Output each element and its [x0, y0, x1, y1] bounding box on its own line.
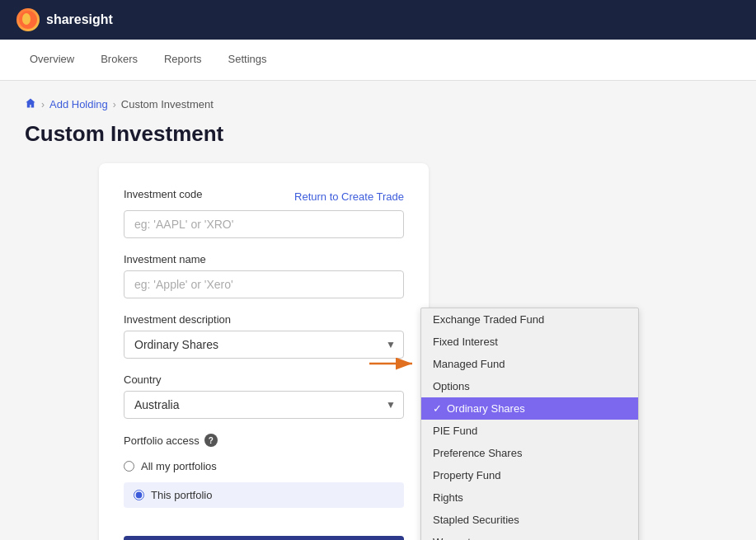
investment-description-select[interactable]: Exchange Traded Fund Fixed Interest Mana…: [124, 331, 404, 359]
radio-all-input[interactable]: [124, 461, 134, 472]
portfolio-access-header: Portfolio access ?: [124, 434, 404, 447]
country-group: Country Australia New Zealand United Sta…: [124, 373, 404, 419]
svg-point-1: [22, 13, 31, 25]
breadcrumb: › Add Holding › Custom Investment: [25, 97, 453, 111]
dropdown-item-options[interactable]: Options: [421, 375, 638, 397]
create-custom-investment-button[interactable]: Create Custom Investment: [124, 536, 404, 540]
country-label: Country: [124, 373, 404, 386]
page-title: Custom Investment: [25, 121, 453, 147]
country-select-wrapper: Australia New Zealand United States ▼: [124, 391, 404, 419]
dropdown-item-etf[interactable]: Exchange Traded Fund: [421, 308, 638, 331]
main-nav: Overview Brokers Reports Settings: [0, 40, 756, 81]
page-content: › Add Holding › Custom Investment Custom…: [0, 81, 478, 540]
form-section: Investment code Return to Create Trade I…: [25, 163, 453, 540]
nav-reports[interactable]: Reports: [151, 40, 215, 80]
investment-code-group: Investment code Return to Create Trade: [124, 188, 404, 238]
investment-code-label: Investment code: [124, 188, 202, 200]
logo-text: sharesight: [46, 12, 113, 27]
dropdown-item-pref[interactable]: Preference Shares: [421, 442, 638, 464]
investment-name-label: Investment name: [124, 253, 404, 265]
nav-brokers[interactable]: Brokers: [87, 40, 151, 80]
breadcrumb-add-holding-link[interactable]: Add Holding: [49, 98, 108, 110]
dropdown-item-mf[interactable]: Managed Fund: [421, 353, 638, 375]
help-icon[interactable]: ?: [204, 434, 218, 447]
dropdown-item-stapled[interactable]: Stapled Securities: [421, 509, 638, 531]
breadcrumb-sep-2: ›: [113, 99, 116, 110]
radio-this-portfolio[interactable]: This portfolio: [124, 482, 404, 508]
nav-settings[interactable]: Settings: [215, 40, 280, 80]
investment-code-input[interactable]: [124, 210, 404, 238]
dropdown-item-rights[interactable]: Rights: [421, 486, 638, 509]
dropdown-item-warrants[interactable]: Warrants: [421, 531, 638, 540]
country-select[interactable]: Australia New Zealand United States: [124, 391, 404, 419]
investment-name-group: Investment name: [124, 253, 404, 298]
investment-code-header: Investment code Return to Create Trade: [124, 188, 404, 205]
dropdown-item-os-label: Ordinary Shares: [447, 402, 525, 415]
dropdown-item-os-selected[interactable]: ✓ Ordinary Shares: [421, 397, 638, 420]
dropdown-item-fi[interactable]: Fixed Interest: [421, 331, 638, 353]
breadcrumb-current: Custom Investment: [121, 98, 214, 110]
breadcrumb-sep-1: ›: [41, 99, 45, 110]
radio-this-label: This portfolio: [151, 489, 212, 501]
investment-description-select-wrapper: Exchange Traded Fund Fixed Interest Mana…: [124, 331, 404, 359]
dropdown-arrow-indicator: [369, 351, 419, 376]
radio-this-input[interactable]: [134, 490, 144, 500]
investment-description-dropdown: Exchange Traded Fund Fixed Interest Mana…: [420, 308, 639, 540]
breadcrumb-home-link[interactable]: [25, 97, 36, 111]
dropdown-item-pie[interactable]: PIE Fund: [421, 420, 638, 442]
nav-overview[interactable]: Overview: [16, 40, 87, 80]
home-icon: [25, 97, 36, 109]
radio-all-portfolios[interactable]: All my portfolios: [124, 455, 404, 477]
app-header: sharesight: [0, 0, 756, 40]
logo-icon: [16, 8, 40, 31]
logo-area: sharesight: [16, 8, 113, 31]
investment-description-label: Investment description: [124, 313, 404, 326]
portfolio-access-group: Portfolio access ? All my portfolios Thi…: [124, 434, 404, 508]
investment-name-input[interactable]: [124, 270, 404, 298]
checkmark-icon: ✓: [433, 402, 442, 415]
dropdown-item-prop[interactable]: Property Fund: [421, 464, 638, 486]
portfolio-access-label-text: Portfolio access: [124, 434, 200, 447]
return-to-create-trade-link[interactable]: Return to Create Trade: [294, 190, 404, 203]
investment-description-group: Investment description Exchange Traded F…: [124, 313, 404, 359]
radio-all-label: All my portfolios: [141, 460, 217, 472]
